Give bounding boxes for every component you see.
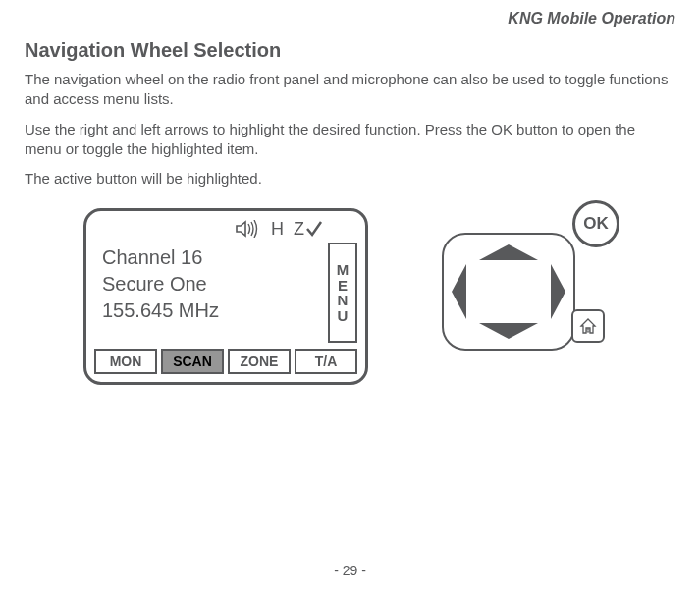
section-title: Navigation Wheel Selection <box>25 39 675 62</box>
paragraph-2: Use the right and left arrows to highlig… <box>25 120 675 160</box>
dpad <box>442 233 575 351</box>
home-icon <box>578 316 598 336</box>
speaker-icon <box>236 220 261 238</box>
paragraph-1: The navigation wheel on the radio front … <box>25 70 675 110</box>
display-main-row: Channel 16 Secure One 155.645 MHz M E N … <box>94 243 357 343</box>
arrow-right-icon[interactable] <box>553 266 565 317</box>
arrow-down-icon[interactable] <box>481 325 536 339</box>
ta-button[interactable]: T/A <box>295 349 357 374</box>
menu-letter: U <box>338 308 349 324</box>
channel-info: Channel 16 Secure One 155.645 MHz <box>94 243 322 343</box>
radio-display: H Z Channel 16 Secure One 155.645 MHz M … <box>83 208 368 385</box>
arrow-left-icon[interactable] <box>452 266 464 317</box>
menu-letter: N <box>338 293 349 308</box>
menu-side-button[interactable]: M E N U <box>328 243 357 343</box>
scan-button[interactable]: SCAN <box>161 349 224 374</box>
paragraph-3: The active button will be highlighted. <box>25 169 675 189</box>
svg-text:Z: Z <box>294 219 304 239</box>
home-button[interactable] <box>571 309 605 343</box>
navigation-wheel: OK <box>437 208 614 365</box>
page-header-right: KNG Mobile Operation <box>25 10 675 27</box>
ok-button[interactable]: OK <box>572 200 619 247</box>
z-check-indicator: Z <box>294 219 323 239</box>
status-row: H Z <box>94 217 357 241</box>
channel-line-1: Channel 16 <box>102 244 322 271</box>
menu-letter: M <box>337 262 350 278</box>
page-number: - 29 - <box>334 563 366 578</box>
zone-button[interactable]: ZONE <box>228 349 291 374</box>
channel-line-2: Secure One <box>102 271 322 298</box>
h-indicator: H <box>271 219 284 240</box>
mon-button[interactable]: MON <box>94 349 157 374</box>
figure-row: H Z Channel 16 Secure One 155.645 MHz M … <box>25 208 675 385</box>
channel-line-3: 155.645 MHz <box>102 298 322 324</box>
menu-letter: E <box>338 278 348 294</box>
softkey-row: MON SCAN ZONE T/A <box>94 349 357 374</box>
arrow-up-icon[interactable] <box>481 244 536 258</box>
svg-rect-1 <box>587 329 589 332</box>
